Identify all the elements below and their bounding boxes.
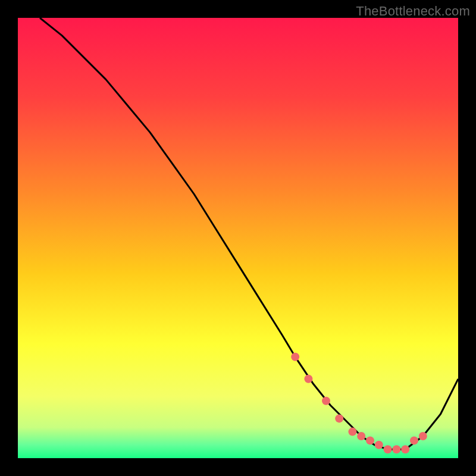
optimum-point xyxy=(384,445,392,453)
optimum-point xyxy=(410,436,418,444)
optimum-point xyxy=(366,436,374,444)
bottleneck-chart xyxy=(18,18,458,458)
optimum-point xyxy=(322,397,330,405)
attribution-text: TheBottleneck.com xyxy=(356,4,470,19)
optimum-point xyxy=(375,441,383,449)
optimum-point xyxy=(392,445,400,453)
optimum-point xyxy=(357,432,365,440)
optimum-point xyxy=(348,428,356,436)
heat-background xyxy=(18,18,458,458)
optimum-point xyxy=(401,445,409,453)
optimum-point xyxy=(304,375,312,383)
optimum-point xyxy=(419,432,427,440)
chart-frame xyxy=(18,18,458,458)
optimum-point xyxy=(335,414,343,422)
optimum-point xyxy=(291,353,299,361)
